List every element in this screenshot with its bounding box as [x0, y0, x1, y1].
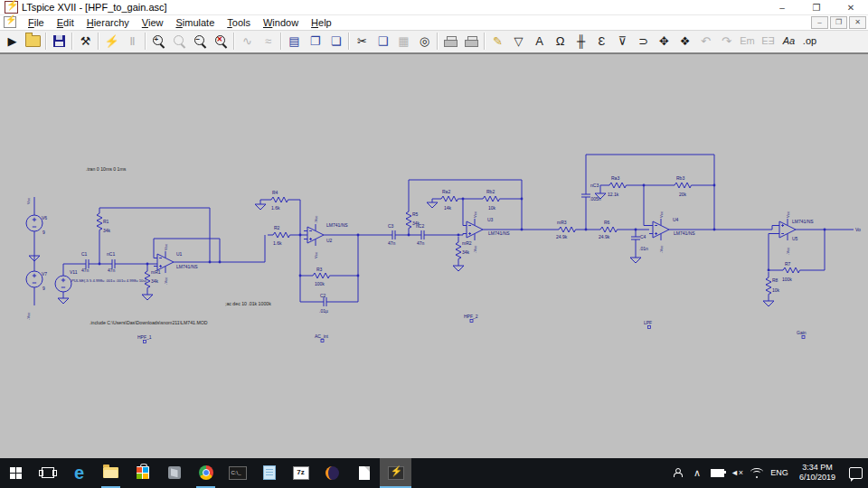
new-schematic-button[interactable]: ▶: [2, 32, 23, 52]
net-label-lpf[interactable]: LPF: [644, 320, 652, 325]
resistor-r4[interactable]: [266, 197, 293, 202]
control-panel-button[interactable]: ⚒: [75, 32, 96, 52]
close-button[interactable]: ✕: [834, 0, 868, 14]
zoom-out-button[interactable]: −: [190, 32, 211, 52]
diode-button[interactable]: ⊽: [612, 32, 633, 52]
spice-directive-button[interactable]: .op: [799, 32, 820, 52]
tile-horizontal-button[interactable]: ▤: [284, 32, 305, 52]
capacitor-c4[interactable]: [631, 231, 640, 245]
print-button[interactable]: [440, 32, 461, 52]
schematic-canvas[interactable]: Vcc -Vcc V6 9 V7 9 V11 PULSE(-5 5 4.998u…: [0, 53, 868, 458]
tran-directive[interactable]: .tran 0 10ms 0 1ms: [86, 166, 127, 172]
find-button[interactable]: ◎: [414, 32, 435, 52]
resistor-r7[interactable]: [778, 267, 805, 273]
menu-edit[interactable]: Edit: [51, 16, 80, 29]
battery-button[interactable]: [707, 458, 727, 488]
taskbar-chrome[interactable]: [190, 458, 222, 488]
ground-symbol[interactable]: [453, 266, 464, 271]
ground-symbol[interactable]: [427, 202, 438, 208]
capacitor-nc2[interactable]: [416, 230, 429, 239]
print-preview-button[interactable]: [461, 32, 482, 52]
capacitor-c3[interactable]: [387, 230, 401, 239]
wire-button[interactable]: ✎: [487, 32, 508, 52]
child-minimize-button[interactable]: –: [811, 16, 828, 29]
resistor-rb3[interactable]: [669, 183, 696, 188]
cascade-windows-button[interactable]: ❏: [326, 32, 346, 52]
resistor-r3[interactable]: [307, 273, 335, 278]
task-view-button[interactable]: [32, 458, 63, 488]
ground-symbol[interactable]: [763, 301, 774, 306]
resistor-ra3[interactable]: [604, 183, 631, 188]
copy-button[interactable]: ❑: [373, 32, 393, 52]
resistor-r2[interactable]: [268, 232, 295, 238]
language-indicator[interactable]: ENG: [767, 468, 792, 477]
opamp-u3[interactable]: [463, 219, 486, 240]
move-button[interactable]: ✥: [654, 32, 675, 52]
rotate-button[interactable]: EƎ: [758, 32, 778, 52]
text-button[interactable]: Aa: [778, 32, 799, 52]
opamp-u2[interactable]: [304, 224, 327, 246]
undo-button[interactable]: ↶: [695, 32, 716, 52]
menu-view[interactable]: View: [136, 16, 170, 29]
net-label-hpf1[interactable]: HPF_1: [137, 334, 152, 340]
tile-vertical-button[interactable]: ❐: [305, 32, 326, 52]
run-button[interactable]: ⚡: [101, 32, 122, 52]
child-close-button[interactable]: ✕: [849, 16, 866, 29]
resistor-r8[interactable]: [766, 272, 771, 299]
volume-button[interactable]: ◄×: [727, 458, 747, 488]
taskbar-writer[interactable]: [348, 458, 380, 488]
zoom-back-button[interactable]: [169, 32, 190, 52]
voltage-source-v7[interactable]: [26, 267, 42, 292]
ground-symbol[interactable]: [142, 295, 153, 300]
open-button[interactable]: [23, 32, 43, 52]
resistor-mr2[interactable]: [456, 237, 461, 264]
net-label-hpf2[interactable]: HPF_2: [464, 314, 478, 319]
resistor-r1[interactable]: [97, 208, 102, 235]
taskbar-notepad[interactable]: [253, 458, 285, 488]
ground-button[interactable]: ▽: [508, 32, 529, 52]
menu-tools[interactable]: Tools: [221, 16, 257, 29]
ground-symbol[interactable]: [255, 204, 266, 210]
inductor-button[interactable]: Ɛ: [591, 32, 612, 52]
opamp-u1[interactable]: [154, 251, 177, 273]
taskbar-ltspice[interactable]: ⚡: [380, 458, 411, 488]
resistor-button[interactable]: Ω: [550, 32, 571, 52]
mirror-button[interactable]: Em: [737, 32, 758, 52]
zoom-extents-button[interactable]: ✕: [211, 32, 231, 52]
taskbar-7zip[interactable]: 7z: [285, 458, 316, 488]
minimize-button[interactable]: –: [765, 0, 799, 14]
component-button[interactable]: ⊃: [633, 32, 654, 52]
resistor-r5[interactable]: [406, 206, 411, 233]
clock[interactable]: 3:34 PM6/10/2019: [792, 463, 843, 483]
ground-symbol[interactable]: [58, 298, 69, 304]
menu-window[interactable]: Window: [257, 16, 305, 29]
taskbar-edge[interactable]: e: [63, 458, 95, 488]
resistor-rb2[interactable]: [477, 196, 505, 202]
menu-help[interactable]: Help: [305, 16, 338, 29]
net-label-acint[interactable]: AC_int: [315, 333, 329, 339]
ac-directive[interactable]: ;ac dec 10 .01k 1000k: [225, 301, 271, 306]
include-directive[interactable]: .include C:\Users\Das\Downloads\snom211\…: [90, 320, 208, 325]
menu-simulate[interactable]: Simulate: [169, 16, 221, 29]
taskbar-cmd[interactable]: C:\_: [222, 458, 253, 488]
taskbar-eclipse[interactable]: [316, 458, 348, 488]
people-button[interactable]: [667, 458, 687, 488]
voltage-source-v6[interactable]: [26, 211, 42, 236]
capacitor-c2[interactable]: [318, 297, 332, 306]
ground-symbol[interactable]: [630, 258, 641, 263]
taskbar-store[interactable]: [127, 458, 158, 488]
child-restore-button[interactable]: ❐: [830, 16, 847, 29]
cut-button[interactable]: ✂: [352, 32, 373, 52]
drag-button[interactable]: ❖: [675, 32, 695, 52]
redo-button[interactable]: ↷: [716, 32, 737, 52]
network-button[interactable]: [747, 458, 767, 488]
tray-overflow-button[interactable]: ∧: [687, 458, 707, 488]
save-button[interactable]: [49, 32, 70, 52]
resistor-ra2[interactable]: [436, 196, 463, 202]
opamp-u4[interactable]: [649, 219, 673, 240]
net-label-button[interactable]: A: [529, 32, 550, 52]
autorange-button[interactable]: ∿: [237, 32, 258, 52]
taskbar-file-explorer[interactable]: [95, 458, 127, 488]
menu-file[interactable]: File: [22, 16, 51, 29]
capacitor-button[interactable]: ╫: [571, 32, 591, 52]
